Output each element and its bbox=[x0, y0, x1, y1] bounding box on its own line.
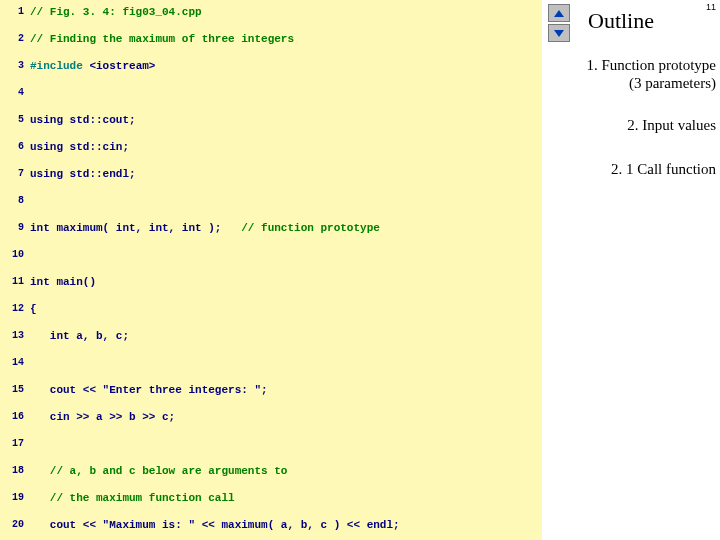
line-number: 6 bbox=[0, 135, 28, 152]
code-row: 16 cin >> a >> b >> c; bbox=[0, 405, 540, 432]
code-token: // Fig. 3. 4: fig03_04.cpp bbox=[30, 6, 202, 18]
nav-down-button[interactable] bbox=[548, 24, 570, 42]
code-cell: cin >> a >> b >> c; bbox=[28, 405, 175, 423]
code-row: 20 cout << "Maximum is: " << maximum( a,… bbox=[0, 513, 540, 540]
code-cell bbox=[28, 432, 30, 438]
line-number: 9 bbox=[0, 216, 28, 233]
code-cell: int a, b, c; bbox=[28, 324, 129, 342]
line-number: 15 bbox=[0, 378, 28, 395]
outline-title: Outline bbox=[588, 8, 654, 34]
code-row: 13 int a, b, c; bbox=[0, 324, 540, 351]
code-row: 5using std::cout; bbox=[0, 108, 540, 135]
line-number: 2 bbox=[0, 27, 28, 44]
code-row: 3#include <iostream> bbox=[0, 54, 540, 81]
code-token: // the maximum function call bbox=[30, 492, 235, 504]
line-number: 1 bbox=[0, 0, 28, 17]
code-token: cout << "Maximum is: " << maximum( a, b,… bbox=[30, 519, 400, 531]
line-number: 3 bbox=[0, 54, 28, 71]
line-number: 8 bbox=[0, 189, 28, 206]
code-row: 12{ bbox=[0, 297, 540, 324]
code-token: // Finding the maximum of three integers bbox=[30, 33, 294, 45]
code-cell: using std::endl; bbox=[28, 162, 136, 180]
code-cell bbox=[28, 243, 30, 249]
code-token: using std::cin; bbox=[30, 141, 129, 153]
code-row: 8 bbox=[0, 189, 540, 216]
code-cell: int maximum( int, int, int ); // functio… bbox=[28, 216, 380, 234]
line-number: 17 bbox=[0, 432, 28, 449]
line-number: 12 bbox=[0, 297, 28, 314]
code-cell bbox=[28, 81, 30, 87]
page-number: 11 bbox=[706, 2, 716, 12]
nav-up-button[interactable] bbox=[548, 4, 570, 22]
code-token: cin >> a >> b >> c; bbox=[30, 411, 175, 423]
code-row: 19 // the maximum function call bbox=[0, 486, 540, 513]
code-row: 11int main() bbox=[0, 270, 540, 297]
code-token: #include bbox=[30, 60, 89, 72]
code-listing: 1// Fig. 3. 4: fig03_04.cpp2// Finding t… bbox=[0, 0, 540, 540]
line-number: 11 bbox=[0, 270, 28, 287]
line-number: 5 bbox=[0, 108, 28, 125]
code-row: 6using std::cin; bbox=[0, 135, 540, 162]
line-number: 19 bbox=[0, 486, 28, 503]
line-number: 18 bbox=[0, 459, 28, 476]
line-number: 14 bbox=[0, 351, 28, 368]
code-cell: // Finding the maximum of three integers bbox=[28, 27, 294, 45]
code-row: 4 bbox=[0, 81, 540, 108]
line-number: 20 bbox=[0, 513, 28, 530]
code-row: 1// Fig. 3. 4: fig03_04.cpp bbox=[0, 0, 540, 27]
code-cell bbox=[28, 351, 30, 357]
code-token: using std::cout; bbox=[30, 114, 136, 126]
code-cell: { bbox=[28, 297, 37, 315]
code-token: int main() bbox=[30, 276, 96, 288]
triangle-down-icon bbox=[554, 30, 564, 37]
line-number: 4 bbox=[0, 81, 28, 98]
code-cell: cout << "Enter three integers: "; bbox=[28, 378, 268, 396]
triangle-up-icon bbox=[554, 10, 564, 17]
code-cell: #include <iostream> bbox=[28, 54, 155, 72]
outline-section-2: 2. Input values bbox=[542, 116, 716, 134]
code-token: // function prototype bbox=[241, 222, 380, 234]
line-number: 10 bbox=[0, 243, 28, 260]
code-row: 10 bbox=[0, 243, 540, 270]
code-token: int a, b, c; bbox=[30, 330, 129, 342]
code-token: <iostream> bbox=[89, 60, 155, 72]
code-cell: // a, b and c below are arguments to bbox=[28, 459, 287, 477]
nav-buttons bbox=[548, 4, 570, 42]
code-cell: int main() bbox=[28, 270, 96, 288]
code-row: 17 bbox=[0, 432, 540, 459]
line-number: 16 bbox=[0, 405, 28, 422]
code-row: 14 bbox=[0, 351, 540, 378]
code-cell bbox=[28, 189, 30, 195]
code-cell: // Fig. 3. 4: fig03_04.cpp bbox=[28, 0, 202, 18]
code-token: // a, b and c below are arguments to bbox=[30, 465, 287, 477]
code-token: cout << "Enter three integers: "; bbox=[30, 384, 268, 396]
code-row: 18 // a, b and c below are arguments to bbox=[0, 459, 540, 486]
sidebar: Outline 11 1. Function prototype(3 param… bbox=[542, 0, 720, 540]
code-cell: using std::cin; bbox=[28, 135, 129, 153]
line-number: 7 bbox=[0, 162, 28, 179]
code-token: using std::endl; bbox=[30, 168, 136, 180]
code-token: { bbox=[30, 303, 37, 315]
code-row: 15 cout << "Enter three integers: "; bbox=[0, 378, 540, 405]
code-row: 7using std::endl; bbox=[0, 162, 540, 189]
code-token: int maximum( int, int, int ); bbox=[30, 222, 241, 234]
code-cell: // the maximum function call bbox=[28, 486, 235, 504]
outline-section-1: 1. Function prototype(3 parameters) bbox=[542, 56, 716, 92]
code-row: 9int maximum( int, int, int ); // functi… bbox=[0, 216, 540, 243]
code-cell: cout << "Maximum is: " << maximum( a, b,… bbox=[28, 513, 400, 531]
code-cell: using std::cout; bbox=[28, 108, 136, 126]
outline-section-3: 2. 1 Call function bbox=[542, 160, 716, 178]
line-number: 13 bbox=[0, 324, 28, 341]
code-row: 2// Finding the maximum of three integer… bbox=[0, 27, 540, 54]
